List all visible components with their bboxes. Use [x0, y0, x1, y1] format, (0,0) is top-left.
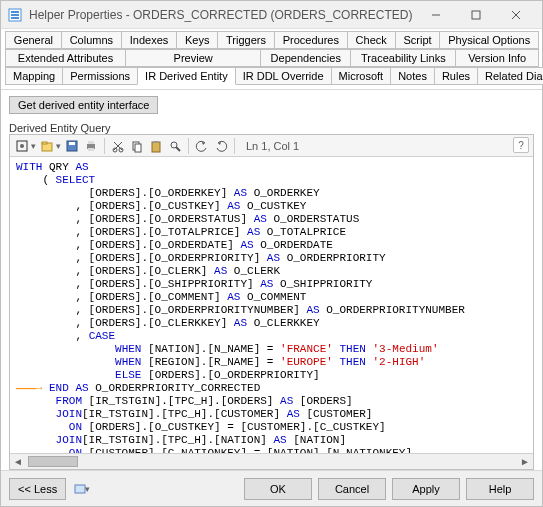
tab-columns[interactable]: Columns: [61, 31, 122, 49]
undo-icon[interactable]: [194, 138, 210, 154]
editor-toolbar: ▾ ▾ Ln 1, Col 1 ?: [10, 135, 533, 157]
tab-procedures[interactable]: Procedures: [274, 31, 348, 49]
tab-related-diagrams[interactable]: Related Diagrams: [477, 67, 543, 85]
print-icon[interactable]: [83, 138, 99, 154]
cut-icon[interactable]: [110, 138, 126, 154]
svg-rect-1: [11, 11, 19, 13]
open-icon[interactable]: [39, 138, 55, 154]
svg-rect-11: [42, 142, 47, 144]
dialog-window: Helper Properties - ORDERS_CORRECTED (OR…: [0, 0, 543, 507]
less-button[interactable]: << Less: [9, 478, 66, 500]
cancel-button[interactable]: Cancel: [318, 478, 386, 500]
svg-rect-23: [152, 142, 160, 152]
get-derived-entity-interface-button[interactable]: Get derived entity interface: [9, 96, 158, 114]
editor-help-icon[interactable]: ?: [513, 137, 529, 153]
tab-extended-attributes[interactable]: Extended Attributes: [5, 49, 126, 67]
svg-line-26: [176, 147, 180, 151]
close-button[interactable]: [496, 3, 536, 27]
scroll-left-arrow[interactable]: ◄: [10, 455, 26, 469]
group-label: Derived Entity Query: [9, 122, 534, 134]
cursor-position: Ln 1, Col 1: [246, 140, 299, 152]
open-dropdown-icon[interactable]: ▾: [56, 141, 61, 151]
help-button[interactable]: Help: [466, 478, 534, 500]
tab-keys[interactable]: Keys: [176, 31, 218, 49]
sub-toolbar: Get derived entity interface: [1, 90, 542, 120]
svg-point-9: [20, 144, 24, 148]
editor-frame: ▾ ▾ Ln 1, Col 1 ? WITH QRY AS ( SELECT […: [9, 134, 534, 470]
tab-preview[interactable]: Preview: [125, 49, 261, 67]
tab-rules[interactable]: Rules: [434, 67, 478, 85]
tab-version-info[interactable]: Version Info: [455, 49, 539, 67]
tab-triggers[interactable]: Triggers: [217, 31, 275, 49]
svg-rect-13: [69, 142, 75, 145]
svg-rect-3: [11, 17, 19, 19]
find-icon[interactable]: [167, 138, 183, 154]
svg-rect-27: [75, 485, 85, 493]
tab-indexes[interactable]: Indexes: [121, 31, 177, 49]
apply-button[interactable]: Apply: [392, 478, 460, 500]
edit-dropdown-icon[interactable]: ▾: [31, 141, 36, 151]
svg-rect-15: [88, 141, 94, 144]
tab-script[interactable]: Script: [395, 31, 441, 49]
edit-icon[interactable]: [14, 138, 30, 154]
svg-rect-16: [88, 148, 94, 151]
svg-rect-24: [154, 141, 158, 143]
paste-icon[interactable]: [148, 138, 164, 154]
tab-dependencies[interactable]: Dependencies: [260, 49, 351, 67]
svg-rect-2: [11, 14, 19, 16]
window-title: Helper Properties - ORDERS_CORRECTED (OR…: [29, 8, 416, 22]
tab-microsoft[interactable]: Microsoft: [331, 67, 392, 85]
horizontal-scrollbar[interactable]: ◄ ►: [10, 453, 533, 469]
scroll-thumb[interactable]: [28, 456, 78, 467]
tab-mapping[interactable]: Mapping: [5, 67, 63, 85]
tab-check[interactable]: Check: [347, 31, 396, 49]
tab-physical-options[interactable]: Physical Options: [439, 31, 539, 49]
copy-icon[interactable]: [129, 138, 145, 154]
tab-general[interactable]: General: [5, 31, 62, 49]
scroll-right-arrow[interactable]: ►: [517, 455, 533, 469]
minimize-button[interactable]: [416, 3, 456, 27]
tab-notes[interactable]: Notes: [390, 67, 435, 85]
svg-rect-22: [135, 144, 141, 152]
titlebar[interactable]: Helper Properties - ORDERS_CORRECTED (OR…: [1, 1, 542, 29]
tab-permissions[interactable]: Permissions: [62, 67, 138, 85]
ok-button[interactable]: OK: [244, 478, 312, 500]
maximize-button[interactable]: [456, 3, 496, 27]
app-icon: [7, 7, 23, 23]
tab-bar: GeneralColumnsIndexesKeysTriggersProcedu…: [1, 29, 542, 90]
tab-ir-derived-entity[interactable]: IR Derived Entity: [137, 67, 236, 85]
tab-traceability-links[interactable]: Traceability Links: [350, 49, 456, 67]
code-area[interactable]: WITH QRY AS ( SELECT [ORDERS].[O_ORDERKE…: [10, 157, 533, 453]
tab-ir-ddl-override[interactable]: IR DDL Override: [235, 67, 332, 85]
dialog-footer: << Less ▾ OK Cancel Apply Help: [1, 470, 542, 506]
svg-rect-5: [472, 11, 480, 19]
sql-editor[interactable]: WITH QRY AS ( SELECT [ORDERS].[O_ORDERKE…: [10, 157, 533, 453]
redo-icon[interactable]: [213, 138, 229, 154]
options-icon[interactable]: ▾: [72, 480, 90, 498]
save-icon[interactable]: [64, 138, 80, 154]
